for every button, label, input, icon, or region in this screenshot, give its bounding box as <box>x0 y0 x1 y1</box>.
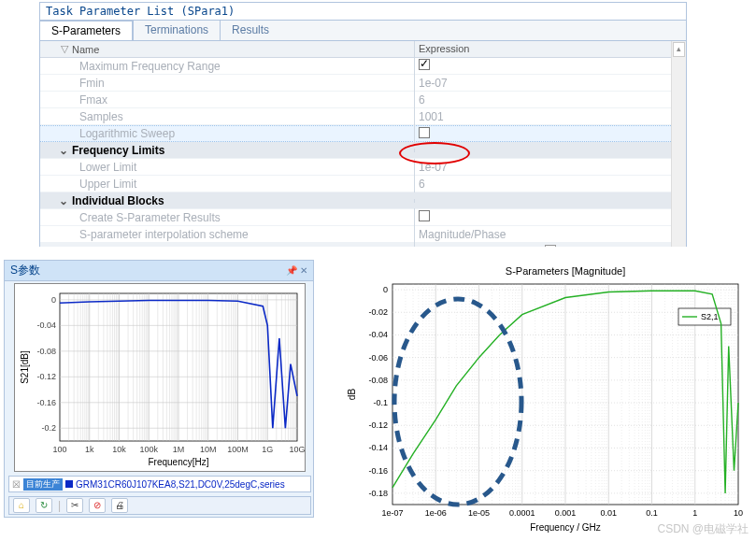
big-chart[interactable]: S-Parameters [Magnitude]1e-071e-061e-050… <box>338 263 748 534</box>
svg-text:1M: 1M <box>173 445 185 454</box>
watermark: CSDN @电磁学社 <box>657 521 749 537</box>
svg-text:100M: 100M <box>227 445 249 454</box>
sparam-title: S参数 <box>10 263 40 278</box>
svg-text:0.1: 0.1 <box>646 508 658 518</box>
svg-text:Frequency[Hz]: Frequency[Hz] <box>148 457 208 467</box>
svg-text:10M: 10M <box>200 445 217 454</box>
name-header: Name <box>72 44 99 55</box>
svg-text:-0.2: -0.2 <box>41 423 56 433</box>
cell-value[interactable]: 1e-07 <box>414 75 686 92</box>
home-button[interactable]: ⌂ <box>13 498 30 513</box>
row-create-spar[interactable]: Create S-Parameter Results <box>40 209 686 226</box>
svg-text:0: 0 <box>383 285 388 294</box>
tab-strip: S-Parameters Terminations Results <box>40 21 686 41</box>
delete-button[interactable]: ⊘ <box>89 498 106 513</box>
sparam-title-bar: S参数 📌 ✕ <box>5 261 313 281</box>
svg-text:-0.04: -0.04 <box>368 330 388 339</box>
cut-button[interactable]: ✂ <box>66 498 83 513</box>
svg-text:-0.1: -0.1 <box>373 398 388 407</box>
refresh-button[interactable]: ↻ <box>36 498 52 513</box>
parameter-grid: ▴ ▽Name Expression Maximum Frequency Ran… <box>40 41 686 247</box>
cell-name: Maximum Frequency Range <box>40 58 414 75</box>
sparam-panel: S参数 📌 ✕ 1001k10k100k1M10M100M1G10G0-0.04… <box>4 260 314 518</box>
pin-close-controls[interactable]: 📌 ✕ <box>286 265 307 276</box>
svg-text:10: 10 <box>734 508 743 518</box>
svg-text:Frequency / GHz: Frequency / GHz <box>530 522 601 533</box>
svg-text:-0.12: -0.12 <box>368 420 388 430</box>
group-individual-blocks[interactable]: ⌄Individual Blocks <box>40 192 686 209</box>
chevron-down-icon: ⌄ <box>59 194 68 207</box>
small-chart[interactable]: 1001k10k100k1M10M100M1G10G0-0.04-0.08-0.… <box>14 283 306 472</box>
filter-icon[interactable]: ▽ <box>61 43 68 55</box>
svg-text:-0.08: -0.08 <box>368 376 388 385</box>
chevron-down-icon: ⌄ <box>59 144 68 157</box>
task-parameter-panel: Task Parameter List (SPara1) S-Parameter… <box>39 2 687 247</box>
svg-text:10k: 10k <box>112 445 126 454</box>
svg-text:S2,1: S2,1 <box>701 312 719 321</box>
svg-text:0.01: 0.01 <box>600 508 617 518</box>
group-frequency-limits[interactable]: ⌄Frequency Limits <box>40 142 686 159</box>
svg-text:1e-07: 1e-07 <box>381 508 403 518</box>
svg-text:-0.18: -0.18 <box>368 489 388 498</box>
row-upper-limit[interactable]: Upper Limit 6 <box>40 176 686 192</box>
svg-text:-0.08: -0.08 <box>36 347 56 356</box>
expr-header: Expression <box>414 41 686 57</box>
row-interp-scheme[interactable]: S-parameter interpolation scheme Magnitu… <box>40 226 686 243</box>
svg-text:0.001: 0.001 <box>555 508 577 518</box>
svg-text:-0.06: -0.06 <box>368 353 388 363</box>
svg-text:0: 0 <box>51 295 56 305</box>
panel-title: Task Parameter List (SPara1) <box>40 3 686 21</box>
vertical-scrollbar[interactable]: ▴ <box>671 41 686 247</box>
svg-text:1G: 1G <box>262 445 273 454</box>
row-log-sweep[interactable]: Logarithmic Sweep <box>40 125 686 142</box>
row-fmin[interactable]: Fmin 1e-07 <box>40 75 686 92</box>
print-button[interactable]: 🖨 <box>111 498 128 513</box>
svg-text:-0.16: -0.16 <box>368 466 388 476</box>
row-lower-limit[interactable]: Lower Limit 1e-07 <box>40 159 686 176</box>
legend-color-icon <box>65 480 73 488</box>
checkbox-log-sweep[interactable] <box>419 127 430 138</box>
legend-prefix: 目前生产 <box>23 478 63 491</box>
svg-text:1e-06: 1e-06 <box>425 508 447 518</box>
svg-text:dB: dB <box>347 389 357 401</box>
tab-sparameters[interactable]: S-Parameters <box>40 21 133 40</box>
grid-header: ▽Name Expression <box>40 41 686 58</box>
svg-text:-0.12: -0.12 <box>36 372 56 381</box>
row-max-freq[interactable]: Maximum Frequency Range <box>40 58 686 75</box>
row-fmax[interactable]: Fmax 6 <box>40 92 686 108</box>
checkbox-create-spar[interactable] <box>419 210 430 221</box>
annotation-circle <box>399 142 470 164</box>
row-specials[interactable]: Specials ... <box>40 243 686 247</box>
checkbox-max-freq[interactable] <box>419 59 430 70</box>
svg-text:100k: 100k <box>139 445 158 454</box>
tab-results[interactable]: Results <box>220 21 280 40</box>
specials-button[interactable]: ... <box>545 245 555 248</box>
sparam-toolbar: ⌂ ↻ | ✂ ⊘ 🖨 <box>8 496 311 515</box>
scroll-up-icon[interactable]: ▴ <box>673 42 685 57</box>
svg-text:1k: 1k <box>85 445 94 454</box>
svg-text:1e-05: 1e-05 <box>468 508 490 518</box>
legend-bar[interactable]: ☒ 目前生产 GRM31CR60J107KEA8,S21,DC0V,25degC… <box>8 476 311 492</box>
svg-text:0.0001: 0.0001 <box>509 508 535 518</box>
svg-text:-0.16: -0.16 <box>36 398 56 407</box>
svg-text:10G: 10G <box>289 445 305 454</box>
svg-text:-0.14: -0.14 <box>368 443 388 452</box>
svg-text:1: 1 <box>692 508 697 518</box>
svg-text:-0.04: -0.04 <box>36 320 56 330</box>
row-samples[interactable]: Samples 1001 <box>40 108 686 125</box>
svg-text:S-Parameters [Magnitude]: S-Parameters [Magnitude] <box>506 265 625 277</box>
svg-text:S21[dB]: S21[dB] <box>20 350 30 384</box>
legend-text: GRM31CR60J107KEA8,S21,DC0V,25degC,series <box>76 479 285 490</box>
svg-text:-0.02: -0.02 <box>368 307 388 317</box>
tab-terminations[interactable]: Terminations <box>133 21 220 40</box>
svg-text:100: 100 <box>52 445 66 454</box>
